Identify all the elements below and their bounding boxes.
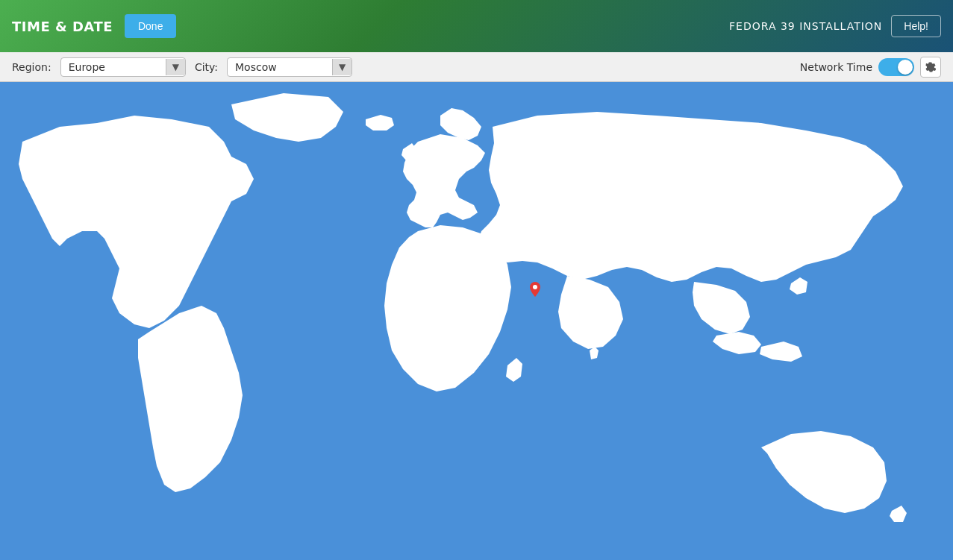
map-container[interactable] [0, 82, 953, 560]
city-dropdown-arrow[interactable]: ▼ [332, 59, 351, 75]
region-value: Europe [61, 58, 166, 76]
header: TIME & DATE Done FEDORA 39 INSTALLATION … [0, 0, 953, 52]
gear-button[interactable] [920, 57, 941, 78]
page-title: TIME & DATE [12, 19, 113, 34]
toolbar: Region: Europe ▼ City: Moscow ▼ Network … [0, 52, 953, 82]
network-time-section: Network Time [800, 57, 941, 78]
svg-point-1 [533, 285, 537, 289]
region-label: Region: [12, 61, 51, 73]
header-left: TIME & DATE Done [12, 14, 176, 38]
help-button[interactable]: Help! [891, 15, 941, 37]
header-right: FEDORA 39 INSTALLATION Help! [729, 15, 941, 37]
city-label: City: [195, 61, 218, 73]
region-dropdown[interactable]: Europe ▼ [60, 57, 186, 77]
network-time-label: Network Time [800, 61, 872, 73]
toggle-knob [898, 60, 913, 75]
world-map [0, 82, 953, 560]
city-dropdown[interactable]: Moscow ▼ [227, 57, 352, 77]
done-button[interactable]: Done [125, 14, 176, 38]
install-label: FEDORA 39 INSTALLATION [729, 20, 882, 32]
location-pin [530, 282, 540, 297]
network-time-toggle[interactable] [878, 58, 914, 76]
gear-icon [925, 62, 936, 72]
region-dropdown-arrow[interactable]: ▼ [166, 59, 185, 75]
city-value: Moscow [228, 58, 332, 76]
